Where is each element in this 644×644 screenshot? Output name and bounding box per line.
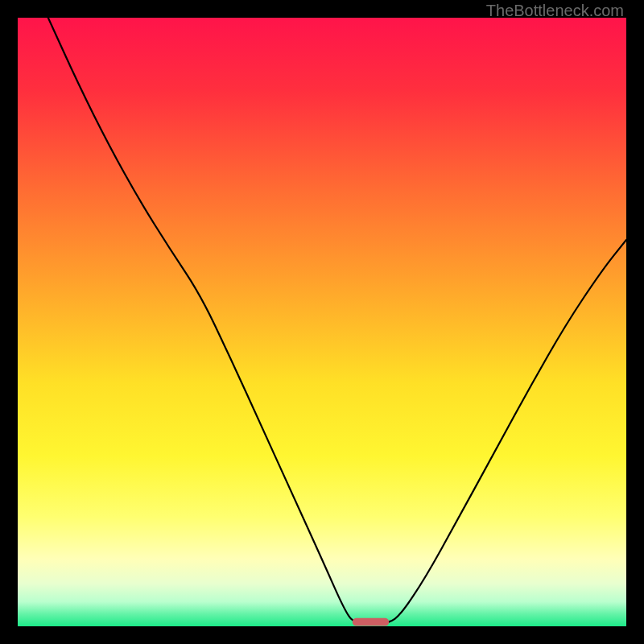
- bottleneck-curve: [48, 18, 626, 623]
- chart-line-layer: [18, 18, 626, 626]
- chart-plot-area: [18, 18, 626, 626]
- minimum-marker: [353, 618, 389, 626]
